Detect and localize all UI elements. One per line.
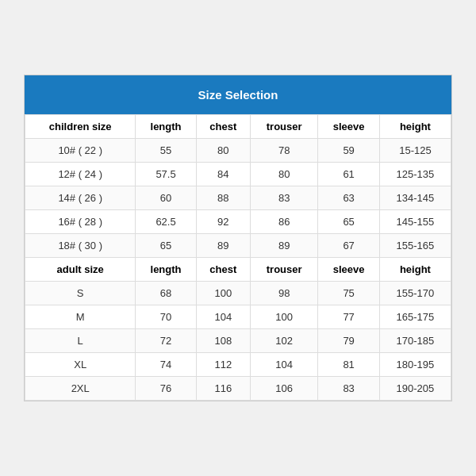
size-cell: 12# ( 24 ) (25, 163, 136, 186)
chest-cell: 80 (196, 139, 250, 163)
size-cell: 10# ( 22 ) (25, 139, 136, 163)
length-cell: 70 (136, 305, 196, 329)
children-length-header: length (136, 115, 196, 139)
children-size-header: children size (25, 115, 136, 139)
sleeve-cell: 61 (318, 163, 379, 186)
trouser-cell: 78 (250, 139, 317, 163)
trouser-cell: 86 (250, 210, 317, 234)
sleeve-cell: 63 (318, 186, 379, 210)
adult-header-row: adult size length chest trouser sleeve h… (25, 258, 451, 282)
trouser-cell: 83 (250, 186, 317, 210)
height-cell: 15-125 (379, 139, 451, 163)
chest-cell: 104 (196, 305, 250, 329)
length-cell: 65 (136, 234, 196, 258)
children-header-row: children size length chest trouser sleev… (25, 115, 451, 139)
height-cell: 125-135 (379, 163, 451, 186)
table-row: 16# ( 28 ) 62.5 92 86 65 145-155 (25, 210, 451, 234)
size-table: children size length chest trouser sleev… (25, 114, 451, 401)
size-cell: L (25, 329, 136, 353)
chart-title: Size Selection (25, 75, 451, 114)
table-row: 18# ( 30 ) 65 89 89 67 155-165 (25, 234, 451, 258)
sleeve-cell: 79 (318, 329, 379, 353)
size-cell: 18# ( 30 ) (25, 234, 136, 258)
height-cell: 134-145 (379, 186, 451, 210)
height-cell: 165-175 (379, 305, 451, 329)
trouser-cell: 98 (250, 282, 317, 305)
adult-height-header: height (379, 258, 451, 282)
chest-cell: 116 (196, 377, 250, 401)
table-row: S 68 100 98 75 155-170 (25, 282, 451, 305)
length-cell: 55 (136, 139, 196, 163)
adult-sleeve-header: sleeve (318, 258, 379, 282)
children-sleeve-header: sleeve (318, 115, 379, 139)
table-row: 14# ( 26 ) 60 88 83 63 134-145 (25, 186, 451, 210)
table-row: L 72 108 102 79 170-185 (25, 329, 451, 353)
length-cell: 57.5 (136, 163, 196, 186)
children-chest-header: chest (196, 115, 250, 139)
size-cell: 16# ( 28 ) (25, 210, 136, 234)
adult-trouser-header: trouser (250, 258, 317, 282)
length-cell: 72 (136, 329, 196, 353)
chest-cell: 88 (196, 186, 250, 210)
sleeve-cell: 77 (318, 305, 379, 329)
height-cell: 145-155 (379, 210, 451, 234)
size-cell: XL (25, 353, 136, 377)
trouser-cell: 104 (250, 353, 317, 377)
adult-length-header: length (136, 258, 196, 282)
height-cell: 190-205 (379, 377, 451, 401)
table-row: 10# ( 22 ) 55 80 78 59 15-125 (25, 139, 451, 163)
table-row: 12# ( 24 ) 57.5 84 80 61 125-135 (25, 163, 451, 186)
trouser-cell: 102 (250, 329, 317, 353)
size-cell: 14# ( 26 ) (25, 186, 136, 210)
height-cell: 155-165 (379, 234, 451, 258)
chest-cell: 89 (196, 234, 250, 258)
sleeve-cell: 67 (318, 234, 379, 258)
length-cell: 74 (136, 353, 196, 377)
sleeve-cell: 83 (318, 377, 379, 401)
sleeve-cell: 75 (318, 282, 379, 305)
height-cell: 180-195 (379, 353, 451, 377)
height-cell: 155-170 (379, 282, 451, 305)
length-cell: 76 (136, 377, 196, 401)
size-chart: Size Selection children size length ches… (24, 75, 452, 401)
sleeve-cell: 81 (318, 353, 379, 377)
table-row: 2XL 76 116 106 83 190-205 (25, 377, 451, 401)
length-cell: 60 (136, 186, 196, 210)
size-cell: S (25, 282, 136, 305)
trouser-cell: 89 (250, 234, 317, 258)
children-trouser-header: trouser (250, 115, 317, 139)
chest-cell: 108 (196, 329, 250, 353)
trouser-cell: 106 (250, 377, 317, 401)
chest-cell: 84 (196, 163, 250, 186)
adult-chest-header: chest (196, 258, 250, 282)
size-cell: 2XL (25, 377, 136, 401)
length-cell: 68 (136, 282, 196, 305)
sleeve-cell: 59 (318, 139, 379, 163)
size-cell: M (25, 305, 136, 329)
children-height-header: height (379, 115, 451, 139)
table-row: XL 74 112 104 81 180-195 (25, 353, 451, 377)
chest-cell: 112 (196, 353, 250, 377)
table-row: M 70 104 100 77 165-175 (25, 305, 451, 329)
trouser-cell: 80 (250, 163, 317, 186)
trouser-cell: 100 (250, 305, 317, 329)
sleeve-cell: 65 (318, 210, 379, 234)
length-cell: 62.5 (136, 210, 196, 234)
adult-size-header: adult size (25, 258, 136, 282)
height-cell: 170-185 (379, 329, 451, 353)
chest-cell: 92 (196, 210, 250, 234)
chest-cell: 100 (196, 282, 250, 305)
